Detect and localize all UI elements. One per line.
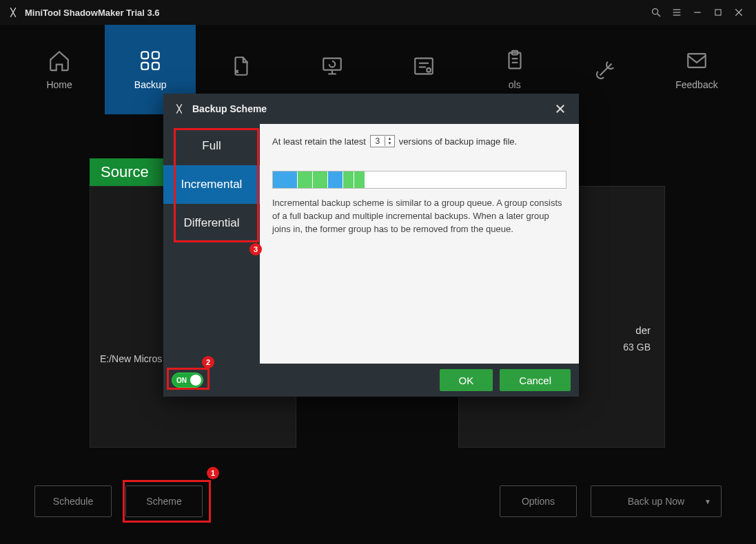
- scheme-sidebar: Full Incremental Differential: [163, 124, 260, 364]
- home-icon: [48, 49, 71, 72]
- bar-incr-segment: [298, 171, 313, 188]
- minimize-icon[interactable]: [687, 2, 708, 23]
- destination-name: der: [635, 324, 651, 336]
- bar-incr-segment: [354, 171, 365, 188]
- dialog-close-button[interactable]: [551, 100, 569, 118]
- annotation-badge-1: 1: [207, 467, 219, 479]
- svg-rect-12: [152, 63, 159, 70]
- app-logo-icon: [7, 6, 19, 19]
- svg-point-0: [653, 9, 658, 14]
- bar-incr-segment: [343, 171, 354, 188]
- svg-rect-10: [152, 52, 159, 59]
- retain-prefix: At least retain the latest: [272, 136, 366, 147]
- app-title: MiniTool ShadowMaker Trial 3.6: [25, 8, 160, 18]
- arrow-up-icon: ▲: [385, 136, 394, 141]
- spinner-arrows[interactable]: ▲▼: [385, 136, 394, 146]
- search-icon[interactable]: [646, 2, 666, 23]
- menu-icon[interactable]: [666, 2, 687, 23]
- nav-label: Feedback: [675, 79, 717, 90]
- bar-full-segment: [328, 171, 343, 188]
- scheme-content: At least retain the latest ▲▼ versions o…: [260, 124, 579, 364]
- dialog-bottom-bar: ON OK Cancel: [163, 364, 579, 397]
- mail-icon: [685, 49, 708, 72]
- grid-icon: [139, 49, 162, 72]
- cancel-button[interactable]: Cancel: [500, 369, 571, 391]
- backup-now-button[interactable]: Back up Now ▼: [591, 485, 722, 517]
- svg-rect-6: [715, 10, 721, 15]
- arrow-down-icon: ▼: [385, 141, 394, 146]
- dialog-title: Backup Scheme: [192, 103, 267, 114]
- svg-line-1: [657, 14, 660, 17]
- nav-label: ols: [509, 79, 521, 90]
- scheme-option-full[interactable]: Full: [163, 127, 260, 165]
- options-button[interactable]: Options: [500, 485, 577, 517]
- svg-rect-9: [141, 52, 148, 59]
- annotation-badge-2: 2: [202, 356, 214, 368]
- retain-spinner[interactable]: ▲▼: [370, 135, 395, 147]
- bottom-bar: Schedule Scheme Options Back up Now ▼: [0, 479, 756, 523]
- dialog-logo-icon: [173, 103, 185, 115]
- destination-size: 63 GB: [623, 342, 651, 353]
- close-icon[interactable]: [728, 2, 749, 23]
- svg-point-19: [427, 68, 431, 72]
- title-bar: MiniTool ShadowMaker Trial 3.6: [0, 0, 756, 25]
- nav-home[interactable]: Home: [14, 25, 105, 114]
- scheme-enable-toggle[interactable]: ON: [172, 373, 203, 388]
- scheme-option-incremental[interactable]: Incremental: [163, 165, 260, 204]
- svg-rect-13: [324, 59, 342, 70]
- nav-label: Backup: [134, 79, 167, 90]
- dialog-body: Full Incremental Differential At least r…: [163, 124, 579, 364]
- schedule-button[interactable]: Schedule: [34, 485, 112, 517]
- retain-suffix: versions of backup image file.: [399, 136, 517, 147]
- tools-icon: [594, 58, 617, 81]
- retain-line: At least retain the latest ▲▼ versions o…: [272, 135, 566, 147]
- backup-now-label: Back up Now: [628, 496, 684, 507]
- backup-scheme-dialog: Backup Scheme Full Incremental Different…: [163, 94, 579, 397]
- nav-feedback[interactable]: Feedback: [651, 25, 742, 114]
- app-root: MiniTool ShadowMaker Trial 3.6 Home Back…: [0, 0, 756, 544]
- maximize-icon[interactable]: [708, 2, 728, 23]
- svg-rect-11: [141, 63, 148, 70]
- svg-rect-24: [688, 54, 706, 67]
- bar-full-segment: [273, 171, 298, 188]
- list-gear-icon: [412, 54, 436, 78]
- clipboard-icon: [503, 49, 527, 72]
- file-sync-icon: [229, 54, 253, 78]
- chevron-down-icon: ▼: [704, 498, 711, 505]
- toggle-label: ON: [176, 377, 187, 384]
- scheme-button[interactable]: Scheme: [125, 485, 203, 517]
- dialog-titlebar: Backup Scheme: [163, 94, 579, 124]
- ok-button[interactable]: OK: [440, 369, 493, 391]
- retain-input[interactable]: [371, 136, 385, 146]
- monitor-refresh-icon: [320, 54, 344, 78]
- toggle-knob: [190, 375, 201, 386]
- scheme-visual-bar: [272, 171, 566, 189]
- scheme-description: Incremental backup scheme is similar to …: [272, 197, 566, 236]
- nav-label: Home: [46, 79, 72, 90]
- source-path: E:/New Micros: [100, 353, 162, 364]
- annotation-badge-3: 3: [249, 243, 262, 255]
- bar-incr-segment: [313, 171, 328, 188]
- scheme-option-differential[interactable]: Differential: [163, 204, 260, 242]
